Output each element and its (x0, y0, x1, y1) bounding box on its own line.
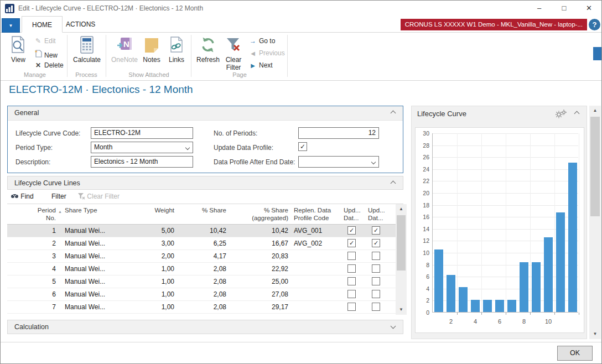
previous-button[interactable]: ◀Previous (248, 49, 285, 57)
chart-bar (471, 300, 480, 312)
delete-button[interactable]: ✕Delete (34, 61, 64, 69)
ribbon-edge-button[interactable] (593, 47, 601, 60)
lifecycle-curve-code-input[interactable]: ELECTRO-12M (91, 127, 193, 139)
scroll-up-icon[interactable]: ▲ (589, 106, 601, 116)
row-checkbox[interactable] (372, 277, 380, 285)
row-checkbox[interactable] (372, 252, 380, 260)
x-axis-label: 10 (545, 318, 552, 325)
cell: 1,00 (138, 278, 174, 285)
maximize-button[interactable]: □ (552, 1, 577, 16)
scroll-up-icon[interactable]: ▲ (396, 204, 407, 214)
column-header-share-type[interactable]: Share Type (65, 206, 137, 214)
table-row[interactable]: 4Manual Wei...1,002,0822,92 (7, 263, 396, 275)
data-profile-after-end-date-select[interactable] (298, 156, 379, 168)
column-header-upd2[interactable]: Upd...Dat... (368, 206, 390, 222)
lines-header[interactable]: Lifecycle Curve Lines (7, 176, 403, 190)
links-button[interactable]: Links (165, 35, 188, 64)
row-checkbox[interactable] (347, 264, 356, 273)
cell: 25,00 (227, 278, 288, 285)
find-button[interactable]: Find (11, 193, 34, 200)
view-button[interactable]: View (7, 35, 29, 64)
table-row[interactable]: 7Manual Wei...1,002,0829,17 (7, 301, 396, 314)
update-data-profile-checkbox[interactable]: ✓ (298, 142, 307, 151)
row-checkbox[interactable] (347, 303, 356, 311)
filter-button[interactable]: Filter (51, 193, 66, 200)
new-button[interactable]: ✶New (34, 49, 58, 59)
row-checkbox[interactable]: ✓ (347, 239, 356, 247)
y-axis-label: 16 (423, 214, 429, 220)
cell: Manual Wei... (65, 278, 137, 285)
calculate-button[interactable]: Calculate (71, 35, 102, 64)
clear-filter-button[interactable]: ClearFilter (223, 35, 244, 71)
column-header-weight[interactable]: Weight (138, 206, 174, 214)
lines-toolbar: Find Filter Clear Filter (7, 190, 403, 204)
column-header-upd1[interactable]: Upd...Dat... (344, 206, 366, 222)
scroll-down-icon[interactable]: ▼ (589, 329, 601, 339)
row-checkbox[interactable] (347, 252, 356, 260)
ribbon: View ✎Edit ✶New ✕Delete Manage Calculate… (1, 33, 601, 81)
period-type-label: Period Type: (15, 144, 53, 152)
next-icon: ▶ (248, 63, 257, 69)
scroll-down-icon[interactable]: ▼ (396, 305, 407, 315)
cell: 7 (7, 303, 56, 311)
tab-actions[interactable]: ACTIONS (56, 16, 105, 33)
column-header-replen-data-profile[interactable]: Replen. DataProfile Code (294, 206, 342, 222)
row-checkbox[interactable]: ✓ (372, 239, 380, 247)
cell: Manual Wei... (65, 252, 137, 260)
collapse-icon[interactable] (574, 111, 580, 117)
table-row[interactable]: 5Manual Wei...1,002,0825,00 (7, 275, 396, 288)
refresh-button[interactable]: Refresh (195, 35, 221, 64)
svg-text:✶: ✶ (34, 49, 38, 54)
x-axis-label: 4 (474, 318, 477, 325)
period-type-select[interactable]: Month (91, 142, 193, 153)
application-menu-button[interactable]: ▼ (2, 18, 20, 33)
next-button[interactable]: ▶Next (248, 61, 273, 69)
ribbon-separator (67, 35, 68, 77)
table-row[interactable]: 2Manual Wei...3,006,2516,67AVG_002✓✓ (7, 237, 396, 250)
table-row[interactable]: 1Manual Wei...5,0010,4210,42AVG_001✓✓ (7, 225, 396, 237)
column-header-share-aggregated[interactable]: % Share(aggregated) (227, 206, 288, 222)
help-button[interactable]: ? (589, 19, 600, 30)
titlebar: Edit - Lifecycle Curve - ELECTRO-12M · E… (1, 1, 601, 16)
y-axis-label: 20 (423, 190, 429, 196)
scrollbar-thumb[interactable] (397, 215, 406, 271)
row-checkbox[interactable]: ✓ (372, 226, 380, 235)
ok-button[interactable]: OK (557, 346, 593, 361)
row-checkbox[interactable] (372, 303, 380, 311)
onenote-button[interactable]: N OneNote (110, 35, 139, 64)
table-scrollbar[interactable]: ▲ ▼ (396, 204, 407, 315)
row-checkbox[interactable] (347, 290, 356, 298)
chart-plot-area: 246810 (432, 133, 578, 313)
group-label-show-attached: Show Attached (109, 71, 189, 78)
factbox-scrollbar[interactable]: ▲ ▼ (589, 106, 601, 339)
group-label-process: Process (68, 71, 105, 78)
goto-button[interactable]: →Go to (248, 37, 275, 45)
clear-filter-toolbar-button[interactable]: Clear Filter (78, 193, 120, 200)
close-button[interactable]: ✕ (577, 1, 601, 16)
no-of-periods-input[interactable]: 12 (298, 127, 379, 139)
calculation-header[interactable]: Calculation (7, 320, 403, 334)
gridline (506, 133, 506, 312)
general-header[interactable]: General (8, 106, 403, 121)
cell: 10,42 (227, 227, 288, 235)
notes-button[interactable]: Notes (140, 35, 163, 64)
row-checkbox[interactable]: ✓ (347, 226, 356, 235)
description-input[interactable]: Electonics - 12 Month (91, 156, 193, 168)
minimize-button[interactable]: – (527, 1, 552, 16)
scrollbar-thumb[interactable] (590, 117, 600, 216)
gears-icon[interactable] (556, 110, 567, 120)
chevron-down-icon (371, 160, 376, 164)
x-tick (579, 313, 579, 315)
column-header-share[interactable]: % Share (177, 206, 226, 214)
y-axis-label: 18 (423, 202, 429, 209)
cell: 10,42 (177, 227, 226, 235)
edit-button[interactable]: ✎Edit (34, 37, 56, 45)
view-icon (7, 35, 29, 55)
row-checkbox[interactable] (372, 290, 380, 298)
row-checkbox[interactable] (372, 264, 380, 273)
column-header-period-no[interactable]: PeriodNo. (7, 206, 56, 222)
table-row[interactable]: 3Manual Wei...2,004,1720,83 (7, 250, 396, 263)
cell: AVG_001 (294, 227, 342, 235)
table-row[interactable]: 6Manual Wei...1,002,0827,08 (7, 288, 396, 301)
row-checkbox[interactable] (347, 277, 356, 285)
